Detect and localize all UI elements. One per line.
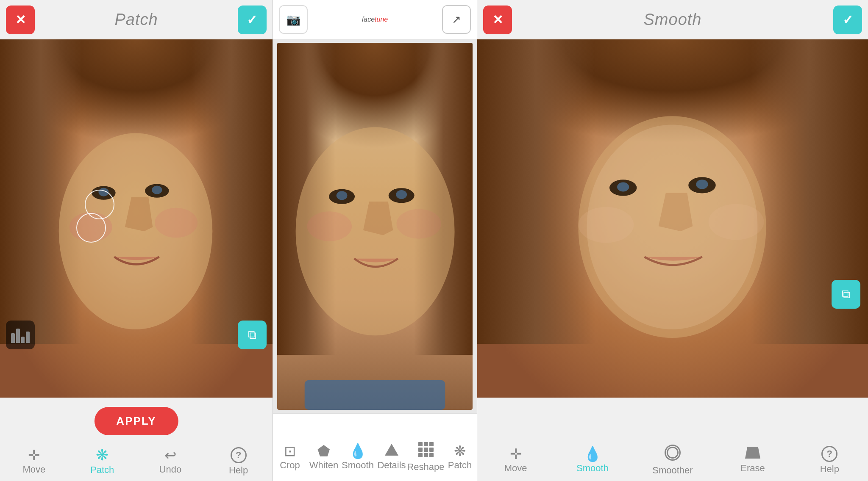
left-tool-undo[interactable]: ↩ Undo [153,448,187,475]
right-smooth-icon: 💧 [584,447,601,461]
help-icon: ? [231,447,247,463]
right-move-icon: ✛ [510,447,522,461]
logo-tune-text: tune [375,16,388,23]
right-copy-overlay-button[interactable]: ⧉ [832,280,860,309]
left-cancel-button[interactable]: ✕ [6,6,35,34]
svg-point-22 [709,204,764,240]
left-tool-patch[interactable]: ❋ Patch [85,448,119,475]
right-tool-move[interactable]: ✛ Move [499,447,533,474]
crop-icon: ⊡ [284,444,296,458]
left-tool-undo-label: Undo [159,464,182,475]
logo-face-text: face [362,16,375,23]
center-tool-smooth-label: Smooth [342,460,374,471]
center-tool-crop[interactable]: ⊡ Crop [273,444,307,471]
svg-point-9 [337,191,348,200]
facetune-logo: facetune [362,16,388,23]
svg-point-4 [152,185,162,194]
left-face-photo [0,39,273,398]
right-help-icon: ? [821,446,837,462]
center-tool-reshape-label: Reshape [407,462,444,473]
right-image-area: ⧉ [477,39,868,398]
left-tool-patch-label: Patch [90,464,114,475]
right-tool-smooth[interactable]: 💧 Smooth [576,447,609,474]
right-check-icon: ✓ [843,12,853,27]
left-tool-move[interactable]: ✛ Move [17,448,51,475]
left-image-area: ⧉ [0,39,273,398]
levels-icon [11,327,30,343]
center-image-wrapper [277,43,473,410]
svg-point-20 [696,180,708,189]
details-icon [385,444,398,456]
erase-icon [745,447,760,459]
camera-button[interactable]: 📷 [279,5,308,34]
right-toolbar: ✛ Move 💧 Smooth Smoother Erase ? Help [477,441,868,476]
right-confirm-button[interactable]: ✓ [833,6,862,34]
patch-icon: ❋ [96,448,108,463]
center-tool-crop-label: Crop [280,460,300,471]
right-tool-erase[interactable]: Erase [736,447,770,474]
svg-point-13 [396,209,441,238]
left-toolbar: ✛ Move ❋ Patch ↩ Undo ? Help [0,444,273,476]
smooth-drop-icon: 💧 [349,444,367,458]
left-header: ✕ Patch ✓ [0,0,273,39]
left-tool-help-label: Help [229,465,248,476]
left-confirm-button[interactable]: ✓ [238,6,267,34]
right-tool-smoother-label: Smoother [652,465,693,476]
left-header-title: Patch [114,11,158,29]
x-icon: ✕ [15,12,26,27]
center-tool-reshape[interactable]: Reshape [409,442,443,473]
right-header: ✕ Smooth ✓ [477,0,868,39]
camera-icon: 📷 [286,13,301,27]
face-svg-left [0,39,273,398]
center-tool-details-label: Details [377,460,406,471]
right-cancel-button[interactable]: ✕ [483,6,512,34]
apply-button[interactable]: APPLY [94,407,178,435]
left-panel: ✕ Patch ✓ [0,0,273,481]
right-tool-smoother[interactable]: Smoother [652,445,693,476]
right-face-svg [477,39,868,398]
center-toolbar: ⊡ Crop ⬟ Whiten 💧 Smooth Details [273,435,477,476]
right-tool-erase-label: Erase [740,463,765,474]
svg-point-6 [155,208,198,238]
svg-rect-14 [305,380,445,410]
center-patch-icon: ❋ [454,444,466,458]
left-tool-move-label: Move [22,464,45,475]
share-icon: ↗ [452,13,461,26]
svg-point-18 [617,182,629,191]
center-tool-whiten-label: Whiten [309,460,338,471]
center-panel: 📷 facetune ↗ [273,0,477,481]
center-face-photo [277,43,473,410]
right-tool-help[interactable]: ? Help [812,446,846,475]
center-tool-patch-label: Patch [448,460,472,471]
whiten-icon: ⬟ [317,444,330,458]
center-tool-smooth[interactable]: 💧 Smooth [341,444,375,471]
copy-overlay-button[interactable]: ⧉ [238,321,267,349]
right-header-title: Smooth [644,11,702,29]
svg-point-11 [396,190,407,199]
levels-overlay-button[interactable] [6,321,35,349]
center-header: 📷 facetune ↗ [273,0,477,39]
right-copy-icon: ⧉ [842,287,850,301]
smoother-icon [665,445,681,461]
right-tool-smooth-label: Smooth [576,463,609,474]
svg-point-12 [307,211,352,241]
check-icon: ✓ [247,12,257,27]
center-face-svg [277,43,473,410]
left-tool-help[interactable]: ? Help [222,447,256,476]
center-tool-details[interactable]: Details [375,444,409,471]
svg-point-21 [578,207,634,243]
right-x-icon: ✕ [492,12,503,27]
right-panel: ✕ Smooth ✓ [477,0,868,481]
center-bottom-controls: ⊡ Crop ⬟ Whiten 💧 Smooth Details [273,413,477,481]
patch-circle-2 [76,213,106,243]
undo-icon: ↩ [164,448,176,462]
right-bottom-controls: ✛ Move 💧 Smooth Smoother Erase ? Help [477,398,868,481]
reshape-icon [418,442,434,457]
move-icon: ✛ [28,448,40,462]
copy-icon: ⧉ [248,328,256,342]
center-tool-patch[interactable]: ❋ Patch [443,444,477,471]
share-button[interactable]: ↗ [442,5,471,34]
left-bottom-controls: APPLY ✛ Move ❋ Patch ↩ Undo ? Help [0,398,273,481]
right-tool-move-label: Move [504,463,527,474]
center-tool-whiten[interactable]: ⬟ Whiten [307,444,341,471]
